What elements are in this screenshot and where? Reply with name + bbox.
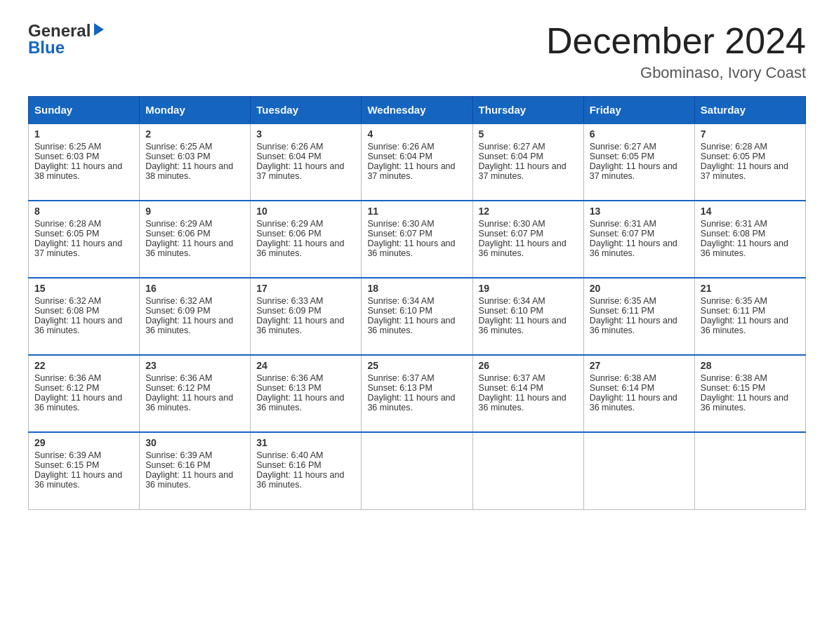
sunrise-text: Sunrise: 6:31 AM (590, 219, 656, 229)
calendar-table: SundayMondayTuesdayWednesdayThursdayFrid… (28, 96, 806, 510)
daylight-text: Daylight: 11 hours and 37 minutes. (34, 239, 122, 258)
day-number: 7 (701, 128, 800, 140)
day-header-monday: Monday (140, 97, 251, 124)
month-title: December 2024 (546, 21, 806, 61)
day-number: 12 (479, 206, 578, 217)
calendar-cell (362, 432, 472, 509)
calendar-cell: 19Sunrise: 6:34 AMSunset: 6:10 PMDayligh… (472, 278, 583, 355)
calendar-cell: 29Sunrise: 6:39 AMSunset: 6:15 PMDayligh… (29, 432, 140, 509)
calendar-cell: 5Sunrise: 6:27 AMSunset: 6:04 PMDaylight… (472, 123, 583, 201)
sunset-text: Sunset: 6:07 PM (479, 229, 543, 239)
sunset-text: Sunset: 6:08 PM (701, 229, 765, 239)
sunset-text: Sunset: 6:05 PM (701, 152, 765, 161)
calendar-cell: 15Sunrise: 6:32 AMSunset: 6:08 PMDayligh… (29, 278, 140, 355)
calendar-cell: 22Sunrise: 6:36 AMSunset: 6:12 PMDayligh… (29, 355, 140, 432)
calendar-cell: 23Sunrise: 6:36 AMSunset: 6:12 PMDayligh… (140, 355, 251, 432)
sunrise-text: Sunrise: 6:39 AM (145, 450, 212, 460)
sunrise-text: Sunrise: 6:33 AM (256, 296, 323, 306)
daylight-text: Daylight: 11 hours and 37 minutes. (479, 161, 567, 181)
daylight-text: Daylight: 11 hours and 36 minutes. (590, 239, 677, 258)
sunset-text: Sunset: 6:07 PM (367, 229, 432, 239)
day-header-sunday: Sunday (29, 97, 140, 124)
sunset-text: Sunset: 6:12 PM (145, 383, 210, 393)
calendar-cell: 13Sunrise: 6:31 AMSunset: 6:07 PMDayligh… (583, 201, 694, 278)
calendar-cell: 16Sunrise: 6:32 AMSunset: 6:09 PMDayligh… (140, 278, 251, 355)
calendar-cell: 8Sunrise: 6:28 AMSunset: 6:05 PMDaylight… (29, 201, 140, 278)
calendar-body: 1Sunrise: 6:25 AMSunset: 6:03 PMDaylight… (29, 123, 806, 509)
day-number: 24 (256, 360, 355, 371)
calendar-cell (583, 432, 694, 509)
day-number: 1 (34, 128, 133, 140)
day-number: 8 (34, 206, 133, 217)
daylight-text: Daylight: 11 hours and 36 minutes. (479, 393, 567, 412)
calendar-cell: 21Sunrise: 6:35 AMSunset: 6:11 PMDayligh… (694, 278, 805, 355)
day-number: 25 (367, 360, 466, 371)
day-number: 21 (701, 283, 800, 294)
daylight-text: Daylight: 11 hours and 37 minutes. (367, 161, 455, 181)
daylight-text: Daylight: 11 hours and 36 minutes. (701, 393, 788, 412)
sunset-text: Sunset: 6:06 PM (256, 229, 321, 239)
day-number: 29 (34, 437, 133, 448)
sunrise-text: Sunrise: 6:36 AM (256, 373, 323, 383)
daylight-text: Daylight: 11 hours and 36 minutes. (145, 470, 233, 490)
day-header-saturday: Saturday (694, 97, 805, 124)
sunset-text: Sunset: 6:15 PM (34, 460, 99, 470)
day-number: 13 (590, 206, 689, 217)
day-header-tuesday: Tuesday (251, 97, 362, 124)
sunrise-text: Sunrise: 6:27 AM (590, 142, 656, 152)
day-number: 27 (590, 360, 689, 371)
sunrise-text: Sunrise: 6:35 AM (590, 296, 656, 306)
day-number: 16 (145, 283, 244, 294)
day-header-thursday: Thursday (472, 97, 583, 124)
calendar-cell (694, 432, 805, 509)
daylight-text: Daylight: 11 hours and 36 minutes. (145, 239, 233, 258)
day-number: 3 (256, 128, 355, 140)
sunset-text: Sunset: 6:16 PM (145, 460, 210, 470)
day-number: 19 (479, 283, 578, 294)
sunrise-text: Sunrise: 6:38 AM (701, 373, 767, 383)
day-number: 10 (256, 206, 355, 217)
sunrise-text: Sunrise: 6:37 AM (479, 373, 545, 383)
sunrise-text: Sunrise: 6:35 AM (701, 296, 767, 306)
calendar-cell: 25Sunrise: 6:37 AMSunset: 6:13 PMDayligh… (362, 355, 472, 432)
sunrise-text: Sunrise: 6:25 AM (145, 142, 212, 152)
sunrise-text: Sunrise: 6:27 AM (479, 142, 545, 152)
day-number: 28 (701, 360, 800, 371)
day-number: 18 (367, 283, 466, 294)
calendar-cell: 31Sunrise: 6:40 AMSunset: 6:16 PMDayligh… (251, 432, 362, 509)
daylight-text: Daylight: 11 hours and 36 minutes. (479, 239, 567, 258)
calendar-cell: 10Sunrise: 6:29 AMSunset: 6:06 PMDayligh… (251, 201, 362, 278)
day-number: 9 (145, 206, 244, 217)
daylight-text: Daylight: 11 hours and 36 minutes. (145, 316, 233, 335)
daylight-text: Daylight: 11 hours and 36 minutes. (367, 393, 455, 412)
daylight-text: Daylight: 11 hours and 36 minutes. (256, 393, 344, 412)
calendar-cell: 2Sunrise: 6:25 AMSunset: 6:03 PMDaylight… (140, 123, 251, 201)
sunrise-text: Sunrise: 6:26 AM (367, 142, 434, 152)
calendar-cell: 1Sunrise: 6:25 AMSunset: 6:03 PMDaylight… (29, 123, 140, 201)
location: Gbominaso, Ivory Coast (546, 64, 806, 82)
logo-blue-text: Blue (28, 38, 65, 58)
sunrise-text: Sunrise: 6:38 AM (590, 373, 656, 383)
calendar-cell: 27Sunrise: 6:38 AMSunset: 6:14 PMDayligh… (583, 355, 694, 432)
sunset-text: Sunset: 6:06 PM (145, 229, 210, 239)
daylight-text: Daylight: 11 hours and 36 minutes. (34, 316, 122, 335)
daylight-text: Daylight: 11 hours and 36 minutes. (590, 393, 677, 412)
calendar-week-5: 29Sunrise: 6:39 AMSunset: 6:15 PMDayligh… (29, 432, 806, 509)
sunrise-text: Sunrise: 6:29 AM (256, 219, 323, 229)
sunset-text: Sunset: 6:05 PM (590, 152, 654, 161)
sunset-text: Sunset: 6:12 PM (34, 383, 99, 393)
day-number: 6 (590, 128, 689, 140)
sunrise-text: Sunrise: 6:39 AM (34, 450, 101, 460)
day-number: 22 (34, 360, 133, 371)
daylight-text: Daylight: 11 hours and 36 minutes. (34, 393, 122, 412)
sunset-text: Sunset: 6:07 PM (590, 229, 654, 239)
calendar-week-3: 15Sunrise: 6:32 AMSunset: 6:08 PMDayligh… (29, 278, 806, 355)
sunrise-text: Sunrise: 6:32 AM (145, 296, 212, 306)
sunrise-text: Sunrise: 6:36 AM (145, 373, 212, 383)
daylight-text: Daylight: 11 hours and 38 minutes. (145, 161, 233, 181)
sunset-text: Sunset: 6:14 PM (479, 383, 543, 393)
sunset-text: Sunset: 6:09 PM (145, 306, 210, 316)
sunset-text: Sunset: 6:15 PM (701, 383, 765, 393)
sunrise-text: Sunrise: 6:26 AM (256, 142, 323, 152)
page-header: General Blue December 2024 Gbominaso, Iv… (28, 21, 806, 82)
